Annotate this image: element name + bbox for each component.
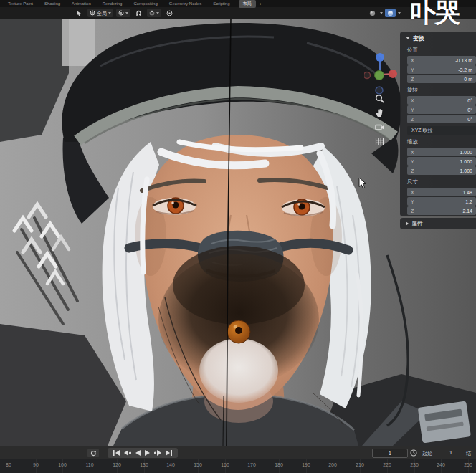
transform-panel-header[interactable]: 变换 <box>400 32 476 43</box>
frame-number: 200 <box>328 462 337 467</box>
grid-icon <box>375 137 384 146</box>
snap-settings-dropdown[interactable] <box>147 9 161 17</box>
tab-animation[interactable]: Animation <box>66 1 97 6</box>
global-orientation-icon <box>90 10 95 16</box>
shading-sphere-icon[interactable] <box>367 9 378 17</box>
frame-number: 210 <box>356 462 364 467</box>
frame-number: 180 <box>275 462 283 467</box>
clock-icon <box>410 449 417 457</box>
rotation-z-field[interactable]: Z0° <box>407 115 476 123</box>
sync-icon <box>90 450 97 457</box>
magnet-icon <box>135 10 142 16</box>
zoom-tool-button[interactable] <box>374 93 384 103</box>
frame-number: 230 <box>410 462 419 467</box>
camera-view-button[interactable] <box>374 122 384 132</box>
frame-number: 250 <box>464 462 472 467</box>
rotation-label: 旋转 <box>400 83 476 95</box>
tab-geometry-nodes[interactable]: Geometry Nodes <box>163 1 207 6</box>
pivot-icon <box>118 10 124 16</box>
scale-z-field[interactable]: Z1.000 <box>407 166 476 175</box>
properties-collapsed-tab[interactable]: 属性 <box>400 218 476 229</box>
next-keyframe-button[interactable] <box>154 450 161 456</box>
chevron-down-icon <box>406 37 410 39</box>
location-x-field[interactable]: X-0.13 m <box>407 56 476 64</box>
frame-number: 240 <box>437 462 445 467</box>
tab-compositing[interactable]: Compositing <box>128 1 163 6</box>
tab-scripting[interactable]: Scripting <box>207 1 235 6</box>
scale-y-field[interactable]: Y1.000 <box>407 157 476 166</box>
frame-start-value[interactable]: 1 <box>449 450 452 455</box>
location-label: 位置 <box>400 43 476 55</box>
proportional-icon <box>166 10 173 16</box>
rotation-x-field[interactable]: X0° <box>407 96 476 105</box>
jump-to-start-button[interactable] <box>113 450 120 456</box>
transform-sidebar-panel: 变换 位置 X-0.13 m Y-3.2 m Z0 m 旋转 X0° Y0° Z… <box>400 32 476 216</box>
pan-tool-button[interactable] <box>374 108 384 118</box>
chevron-down-icon <box>108 12 111 14</box>
timeline-ruler[interactable]: 80 90 100 110 120 130 140 150 160 170 18… <box>0 459 476 473</box>
chevron-down-icon <box>156 12 159 14</box>
tool-cursor-icon[interactable] <box>74 9 85 17</box>
proportional-editing-toggle[interactable] <box>164 9 175 17</box>
gizmo-x-axis[interactable] <box>389 70 397 78</box>
navigation-gizmo[interactable] <box>364 47 397 99</box>
pivot-point-dropdown[interactable] <box>116 9 130 17</box>
tab-texture-paint[interactable]: Texture Paint <box>2 1 39 6</box>
chevron-down-icon <box>398 12 401 14</box>
previous-keyframe-button[interactable] <box>124 450 131 456</box>
white-patch <box>199 338 278 403</box>
viewport-header: 全局 <box>0 7 476 19</box>
properties-tab-label: 属性 <box>411 220 423 228</box>
chevron-down-icon <box>125 12 128 14</box>
watermark-text: 卟哭 <box>410 0 459 31</box>
frame-number: 110 <box>85 462 93 467</box>
rotation-mode-dropdown[interactable]: XYZ 欧拉 <box>407 126 476 135</box>
rotation-y-field[interactable]: Y0° <box>407 105 476 114</box>
transform-orientation-dropdown[interactable]: 全局 <box>87 9 113 17</box>
dimensions-label: 尺寸 <box>400 175 476 187</box>
frame-number: 150 <box>194 462 202 467</box>
tab-rendering[interactable]: Rendering <box>97 1 128 6</box>
location-z-field[interactable]: Z0 m <box>407 75 476 83</box>
frame-number: 160 <box>221 462 229 467</box>
perspective-toggle-button[interactable] <box>374 136 384 146</box>
snap-magnet-toggle[interactable] <box>133 9 144 17</box>
dimensions-z-field[interactable]: Z2.14 <box>407 206 476 215</box>
add-workspace-button[interactable]: + <box>256 1 266 6</box>
frame-number: 220 <box>383 462 391 467</box>
scale-x-field[interactable]: X1.000 <box>407 148 476 156</box>
orange-sphere <box>227 320 250 343</box>
material-preview-icon <box>387 10 394 16</box>
frame-number: 80 <box>6 462 11 467</box>
viewport-shading-active-button[interactable] <box>385 9 396 17</box>
frame-number: 190 <box>302 462 310 467</box>
frame-number: 100 <box>58 462 67 467</box>
strap-buckle <box>418 401 471 444</box>
gizmo-x-neg-axis[interactable] <box>364 72 371 79</box>
play-reverse-button[interactable] <box>135 450 141 456</box>
dimensions-y-field[interactable]: Y1.2 <box>407 197 476 206</box>
frame-number: 170 <box>247 462 256 467</box>
hand-icon <box>375 108 384 118</box>
frame-end-label: 结 <box>466 450 471 457</box>
playback-sync-button[interactable] <box>87 449 99 457</box>
frame-number: 130 <box>140 462 148 467</box>
jump-to-end-button[interactable] <box>166 450 172 456</box>
tab-shading[interactable]: Shading <box>39 1 66 6</box>
frame-number: 90 <box>33 462 39 467</box>
chevron-right-icon <box>406 221 409 226</box>
tab-layout-active[interactable]: 布局 <box>239 0 256 8</box>
eye-right <box>282 199 325 216</box>
current-frame-field[interactable]: 1 <box>372 449 408 458</box>
gizmo-y-axis[interactable] <box>375 71 384 80</box>
frame-number: 140 <box>166 462 175 467</box>
transform-panel-title: 变换 <box>413 34 424 42</box>
play-button[interactable] <box>145 450 151 456</box>
dimensions-x-field[interactable]: X1.48 <box>407 188 476 196</box>
location-y-field[interactable]: Y-3.2 m <box>407 65 476 74</box>
scale-label: 缩放 <box>400 135 476 147</box>
blender-window: Texture Paint Shading Animation Renderin… <box>0 0 476 473</box>
orientation-label: 全局 <box>97 11 107 16</box>
gizmo-z-axis[interactable] <box>376 53 384 62</box>
workspace-tabbar: Texture Paint Shading Animation Renderin… <box>0 0 476 7</box>
